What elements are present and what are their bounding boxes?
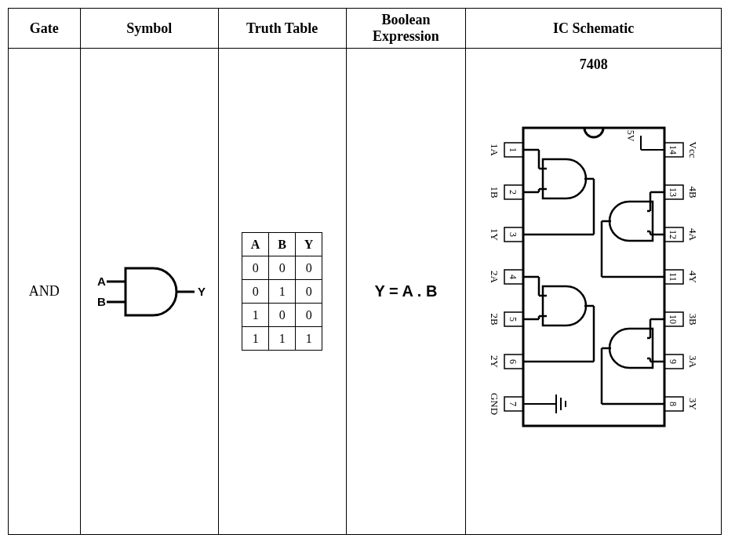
header-boolean-l1: Boolean <box>381 12 430 27</box>
svg-text:4A: 4A <box>687 228 699 242</box>
header-truth: Truth Table <box>218 9 346 49</box>
svg-text:4Y: 4Y <box>687 271 699 284</box>
ic-part-number: 7408 <box>580 56 608 73</box>
svg-text:6: 6 <box>508 359 519 364</box>
svg-text:3A: 3A <box>687 355 699 369</box>
svg-text:10: 10 <box>668 315 679 324</box>
svg-text:5: 5 <box>508 317 519 322</box>
svg-text:1B: 1B <box>489 186 500 198</box>
truth-row: 0 1 0 <box>242 280 322 304</box>
svg-text:Vcc: Vcc <box>687 142 699 158</box>
svg-text:8: 8 <box>668 402 679 406</box>
svg-text:11: 11 <box>668 272 679 282</box>
svg-text:2: 2 <box>508 190 519 195</box>
input-a-label: A <box>97 275 106 288</box>
boolean-cell: Y = A . B <box>346 49 466 535</box>
truth-row: 1 0 0 <box>242 304 322 327</box>
svg-text:GND: GND <box>489 393 500 415</box>
svg-text:7: 7 <box>508 402 519 406</box>
svg-text:9: 9 <box>668 359 679 364</box>
header-gate: Gate <box>9 9 81 49</box>
header-boolean: Boolean Expression <box>346 9 466 49</box>
header-boolean-l2: Expression <box>373 28 439 44</box>
svg-text:13: 13 <box>668 187 679 197</box>
truth-row: 0 0 0 <box>242 256 322 280</box>
gate-reference-table: Gate Symbol Truth Table Boolean Expressi… <box>8 8 722 535</box>
truth-col-b: B <box>269 233 296 256</box>
svg-text:4B: 4B <box>687 186 699 198</box>
svg-text:1A: 1A <box>489 144 500 157</box>
svg-text:2B: 2B <box>489 313 500 325</box>
and-symbol: A B Y <box>86 256 213 327</box>
svg-text:3Y: 3Y <box>687 398 699 411</box>
truth-cell: A B Y 0 0 0 0 1 0 1 0 0 <box>218 49 346 535</box>
body-row: AND A B Y A B Y <box>9 49 722 535</box>
svg-text:1: 1 <box>508 147 519 152</box>
ic-cell: 7408 <box>466 49 722 535</box>
svg-text:12: 12 <box>668 230 679 239</box>
and-gate-icon: A B Y <box>86 256 212 327</box>
svg-text:1Y: 1Y <box>489 228 500 242</box>
truth-header-row: A B Y <box>242 233 322 256</box>
svg-text:14: 14 <box>668 145 679 155</box>
boolean-expression: Y = A . B <box>374 282 437 300</box>
input-b-label: B <box>97 295 106 308</box>
truth-col-y: Y <box>296 233 322 256</box>
svg-text:5V: 5V <box>625 130 636 142</box>
truth-col-a: A <box>242 233 269 256</box>
svg-text:2A: 2A <box>489 271 500 284</box>
svg-text:3: 3 <box>508 232 519 237</box>
symbol-cell: A B Y <box>80 49 218 535</box>
gate-name: AND <box>29 283 60 299</box>
header-symbol: Symbol <box>80 9 218 49</box>
ic-schematic-icon: 1 2 3 4 5 6 7 14 13 12 11 <box>476 96 711 457</box>
header-ic: IC Schematic <box>466 9 722 49</box>
truth-table: A B Y 0 0 0 0 1 0 1 0 0 <box>242 232 322 351</box>
svg-text:2Y: 2Y <box>489 355 500 369</box>
header-row: Gate Symbol Truth Table Boolean Expressi… <box>9 9 722 49</box>
output-y-label: Y <box>198 285 206 298</box>
svg-text:4: 4 <box>508 275 519 279</box>
truth-row: 1 1 1 <box>242 327 322 351</box>
svg-text:3B: 3B <box>687 313 699 325</box>
gate-name-cell: AND <box>9 49 81 535</box>
